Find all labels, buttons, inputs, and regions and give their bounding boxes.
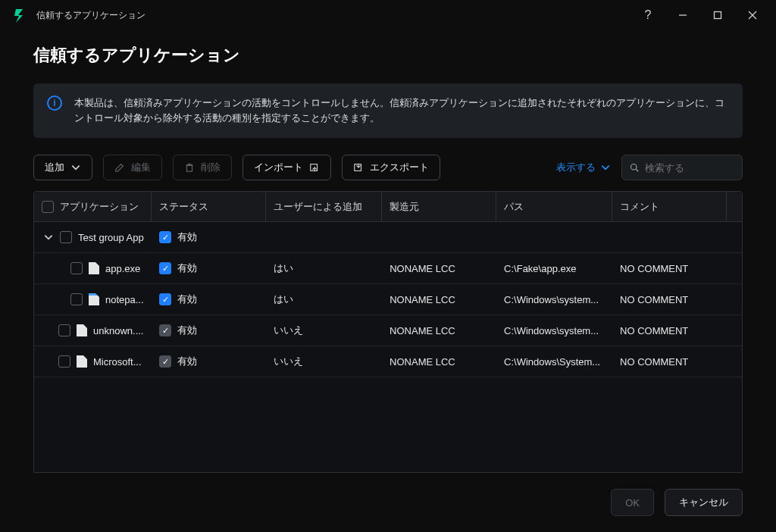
status-toggle[interactable] bbox=[159, 355, 171, 368]
table-row[interactable]: unknown....有効いいえNONAME LCCC:\Windows\sys… bbox=[34, 315, 742, 346]
window: 信頼するアプリケーション ? 信頼するアプリケーション i 本製品は、信頼済みア… bbox=[0, 0, 776, 532]
file-icon bbox=[89, 262, 99, 274]
window-title: 信頼するアプリケーション bbox=[36, 9, 146, 22]
search-icon bbox=[630, 162, 639, 173]
col-vendor[interactable]: 製造元 bbox=[382, 192, 496, 221]
content: 信頼するアプリケーション i 本製品は、信頼済みアプリケーションの活動をコントロ… bbox=[0, 30, 776, 473]
chevron-down-icon[interactable] bbox=[43, 232, 54, 243]
col-user-added[interactable]: ユーザーによる追加 bbox=[266, 192, 382, 221]
trash-icon bbox=[184, 162, 195, 173]
app-name: notepa... bbox=[105, 294, 144, 305]
status-toggle[interactable] bbox=[159, 262, 171, 274]
table-group-row[interactable]: Test group App有効 bbox=[34, 222, 742, 253]
svg-rect-8 bbox=[311, 164, 318, 171]
table: アプリケーション ステータス ユーザーによる追加 製造元 パス コメント Tes… bbox=[33, 191, 743, 473]
row-checkbox[interactable] bbox=[70, 262, 83, 274]
group-checkbox[interactable] bbox=[60, 231, 72, 243]
table-row[interactable]: app.exe有効はいNONAME LCCC:\Fake\app.exeNO C… bbox=[34, 253, 742, 284]
app-logo-icon bbox=[14, 8, 29, 23]
file-icon bbox=[77, 324, 87, 336]
export-button[interactable]: エクスポート bbox=[342, 155, 440, 180]
chevron-down-icon bbox=[600, 162, 611, 173]
search-input[interactable] bbox=[621, 155, 743, 180]
col-comment[interactable]: コメント bbox=[612, 192, 727, 221]
svg-rect-2 bbox=[715, 12, 721, 19]
import-button[interactable]: インポート bbox=[242, 155, 331, 180]
svg-line-11 bbox=[636, 170, 638, 172]
row-checkbox[interactable] bbox=[70, 293, 83, 305]
svg-rect-5 bbox=[187, 166, 192, 172]
maximize-button[interactable] bbox=[700, 4, 735, 27]
svg-marker-0 bbox=[14, 9, 23, 23]
minimize-button[interactable] bbox=[665, 4, 700, 27]
select-all-checkbox[interactable] bbox=[42, 201, 54, 213]
app-name: app.exe bbox=[105, 263, 140, 274]
status-toggle[interactable] bbox=[159, 231, 171, 243]
col-path[interactable]: パス bbox=[496, 192, 612, 221]
pencil-icon bbox=[114, 162, 125, 173]
svg-point-10 bbox=[630, 164, 636, 170]
app-name: unknown.... bbox=[93, 325, 144, 336]
cancel-button[interactable]: キャンセル bbox=[665, 489, 743, 516]
import-icon bbox=[309, 162, 320, 173]
titlebar: 信頼するアプリケーション ? bbox=[0, 0, 776, 30]
chevron-down-icon bbox=[70, 162, 81, 173]
delete-button[interactable]: 削除 bbox=[173, 155, 232, 180]
app-name: Microsoft... bbox=[93, 356, 142, 368]
edit-button[interactable]: 編集 bbox=[103, 155, 162, 180]
svg-rect-9 bbox=[355, 164, 361, 171]
table-body: Test group App有効app.exe有効はいNONAME LCCC:\… bbox=[34, 222, 742, 472]
col-status[interactable]: ステータス bbox=[152, 192, 266, 221]
table-header: アプリケーション ステータス ユーザーによる追加 製造元 パス コメント bbox=[34, 192, 742, 222]
row-checkbox[interactable] bbox=[58, 324, 70, 336]
export-icon bbox=[353, 162, 364, 173]
display-dropdown[interactable]: 表示する bbox=[556, 161, 611, 174]
add-button[interactable]: 追加 bbox=[33, 155, 92, 180]
toolbar: 追加 編集 削除 インポート エクスポート 表示する bbox=[33, 155, 743, 180]
table-row[interactable]: Microsoft...有効いいえNONAME LCCC:\Windows\Sy… bbox=[34, 346, 742, 377]
file-icon bbox=[89, 293, 99, 305]
info-icon: i bbox=[47, 95, 62, 111]
status-toggle[interactable] bbox=[159, 293, 171, 305]
close-button[interactable] bbox=[735, 4, 770, 27]
footer: OK キャンセル bbox=[0, 473, 776, 532]
group-name: Test group App bbox=[78, 232, 144, 243]
ok-button[interactable]: OK bbox=[611, 489, 654, 516]
info-text: 本製品は、信頼済みアプリケーションの活動をコントロールしません。信頼済みアプリケ… bbox=[74, 97, 724, 124]
page-title: 信頼するアプリケーション bbox=[33, 44, 743, 67]
search-field[interactable] bbox=[645, 162, 734, 174]
col-application[interactable]: アプリケーション bbox=[34, 192, 152, 221]
file-icon bbox=[77, 355, 87, 368]
help-button[interactable]: ? bbox=[630, 4, 665, 27]
row-checkbox[interactable] bbox=[58, 355, 70, 368]
info-banner: i 本製品は、信頼済みアプリケーションの活動をコントロールしません。信頼済みアプ… bbox=[33, 83, 743, 138]
status-toggle[interactable] bbox=[159, 324, 171, 336]
table-row[interactable]: notepa...有効はいNONAME LCCC:\Windows\system… bbox=[34, 284, 742, 315]
